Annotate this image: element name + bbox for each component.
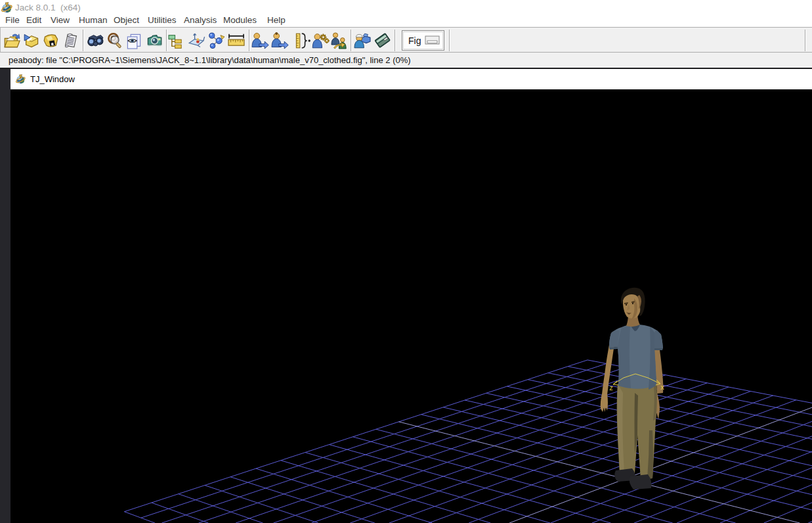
svg-text:Fig: Fig	[408, 35, 421, 46]
svg-text:z: z	[609, 385, 613, 392]
svg-text:x: x	[660, 384, 664, 392]
